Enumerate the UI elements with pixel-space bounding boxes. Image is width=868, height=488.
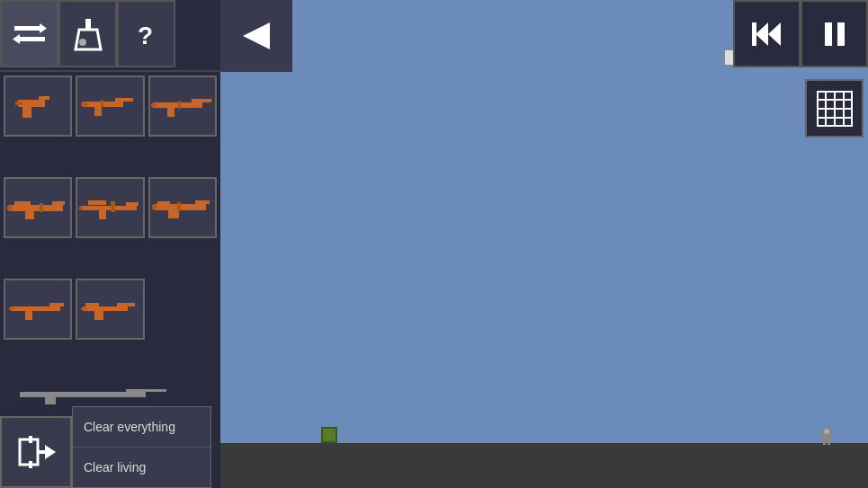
svg-rect-29: [126, 202, 139, 206]
svg-rect-37: [152, 205, 157, 209]
back-icon: [238, 18, 274, 54]
top-right-controls: [733, 0, 868, 67]
weapon-preview-icon: [18, 383, 180, 405]
svg-marker-5: [76, 30, 101, 49]
svg-rect-13: [115, 98, 133, 102]
svg-rect-30: [99, 210, 106, 219]
shotgun-icon: [81, 294, 139, 325]
svg-rect-2: [20, 37, 45, 41]
figure-icon: [821, 429, 832, 445]
pistol-icon: [13, 91, 63, 122]
pause-icon: [816, 15, 854, 53]
svg-rect-49: [20, 392, 146, 397]
svg-rect-15: [81, 102, 88, 106]
weapon-lmg[interactable]: [148, 177, 217, 238]
figure-right: [821, 429, 832, 443]
game-area: [220, 0, 868, 488]
context-menu: Clear everything Clear living: [72, 406, 211, 488]
svg-rect-21: [178, 101, 181, 109]
rewind-button[interactable]: [733, 0, 801, 67]
svg-rect-38: [177, 202, 181, 211]
weapon-carbine[interactable]: [4, 279, 72, 340]
svg-rect-55: [29, 436, 32, 443]
svg-marker-63: [768, 22, 781, 46]
svg-point-6: [79, 39, 86, 46]
flask-icon: [74, 17, 103, 51]
weapon-preview: [18, 380, 180, 407]
svg-rect-64: [752, 22, 756, 46]
flask-button[interactable]: [58, 0, 117, 67]
exit-icon: [16, 432, 56, 472]
svg-rect-25: [7, 206, 13, 210]
svg-marker-54: [45, 445, 56, 459]
svg-rect-10: [22, 107, 31, 118]
svg-rect-39: [157, 201, 170, 204]
grid-icon: [817, 91, 853, 127]
svg-rect-24: [25, 211, 34, 219]
svg-marker-1: [40, 23, 47, 33]
svg-rect-23: [52, 201, 65, 205]
green-object: [321, 427, 337, 443]
help-button[interactable]: ?: [117, 0, 175, 67]
svg-rect-46: [94, 311, 103, 320]
top-toolbar: ?: [0, 0, 220, 72]
svg-marker-61: [243, 22, 270, 49]
svg-rect-22: [9, 205, 63, 211]
sidebar: ?: [0, 0, 220, 488]
svg-rect-52: [20, 439, 38, 465]
svg-rect-20: [151, 103, 157, 107]
weapon-shotgun[interactable]: [76, 279, 144, 340]
help-icon: ?: [132, 17, 161, 51]
assault-rifle-icon: [151, 91, 214, 122]
svg-rect-60: [828, 441, 830, 445]
pause-button[interactable]: [801, 0, 868, 67]
svg-rect-36: [168, 210, 179, 218]
svg-rect-59: [823, 441, 826, 445]
grid-toggle-button[interactable]: [805, 79, 864, 138]
ground: [220, 443, 868, 488]
svg-rect-41: [49, 303, 64, 306]
clear-living-button[interactable]: Clear living: [73, 448, 210, 487]
weapon-machine-gun[interactable]: [4, 177, 72, 238]
svg-point-57: [824, 429, 829, 434]
svg-rect-65: [825, 22, 832, 46]
carbine-icon: [9, 294, 67, 325]
svg-rect-26: [40, 203, 43, 212]
svg-rect-18: [192, 99, 211, 102]
svg-rect-0: [14, 26, 40, 31]
svg-rect-11: [15, 102, 22, 105]
weapon-sniper[interactable]: [76, 177, 144, 238]
weapon-assault-rifle[interactable]: [148, 75, 217, 137]
svg-rect-28: [81, 206, 137, 210]
exit-button[interactable]: [0, 416, 72, 488]
back-button[interactable]: [220, 0, 292, 72]
svg-rect-40: [11, 306, 60, 311]
svg-rect-45: [117, 303, 135, 306]
svg-rect-56: [29, 461, 32, 468]
weapon-grid: [0, 72, 220, 380]
swap-button[interactable]: [0, 0, 58, 67]
weapon-pistol[interactable]: [4, 75, 72, 137]
rewind-icon: [748, 15, 786, 53]
svg-text:?: ?: [138, 22, 153, 49]
weapon-smg[interactable]: [76, 75, 144, 137]
svg-rect-27: [14, 201, 31, 205]
svg-rect-58: [824, 434, 829, 441]
clear-everything-button[interactable]: Clear everything: [73, 407, 210, 448]
svg-rect-17: [153, 102, 202, 108]
svg-marker-3: [13, 34, 20, 44]
machine-gun-icon: [7, 192, 68, 224]
swap-icon: [13, 17, 47, 51]
svg-rect-31: [79, 207, 84, 209]
sidebar-bottom: Clear everything Clear living: [0, 380, 220, 488]
svg-rect-14: [94, 107, 102, 116]
svg-rect-51: [45, 397, 56, 404]
svg-rect-48: [85, 303, 99, 306]
svg-rect-50: [126, 389, 166, 392]
svg-rect-47: [81, 307, 86, 310]
svg-rect-19: [167, 108, 174, 117]
svg-rect-35: [195, 200, 210, 204]
svg-rect-33: [88, 200, 106, 205]
svg-rect-66: [837, 22, 845, 46]
lmg-icon: [152, 192, 213, 224]
